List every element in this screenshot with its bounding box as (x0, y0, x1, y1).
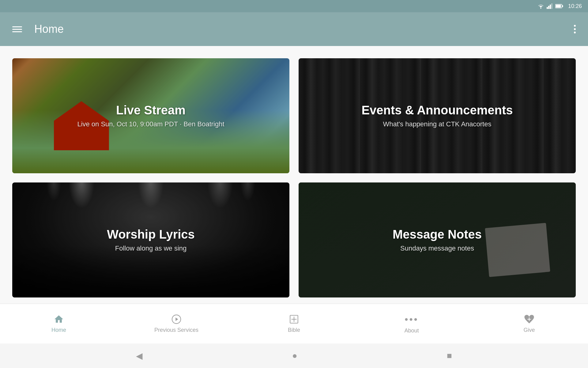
home-icon (54, 314, 64, 324)
battery-icon (555, 4, 563, 8)
nav-item-give[interactable]: Give (470, 314, 588, 333)
events-subtitle: What's happening at CTK Anacortes (361, 120, 513, 128)
page-title: Home (34, 23, 574, 36)
worship-title: Worship Lyrics (107, 228, 195, 241)
nav-label-home: Home (51, 327, 66, 333)
recents-button[interactable]: ■ (447, 351, 452, 361)
worship-text: Worship Lyrics Follow along as we sing (101, 221, 201, 259)
notes-subtitle: Sundays message notes (393, 244, 482, 252)
main-content: Live Stream Live on Sun, Oct 10, 9:00am … (0, 46, 588, 304)
notes-title: Message Notes (393, 228, 482, 241)
android-nav-bar: ◀ ● ■ (0, 343, 588, 368)
notes-card[interactable]: Message Notes Sundays message notes (299, 182, 576, 297)
wifi-icon (537, 3, 544, 9)
nav-label-give: Give (523, 327, 535, 333)
bible-icon (289, 314, 299, 324)
about-icon: ••• (405, 314, 419, 325)
give-icon (524, 314, 534, 324)
signal-icon (547, 3, 553, 9)
svg-rect-3 (551, 3, 552, 9)
svg-rect-6 (562, 5, 563, 7)
nav-item-about[interactable]: ••• About (353, 314, 470, 334)
events-card[interactable]: Events & Announcements What's happening … (299, 58, 576, 173)
worship-subtitle: Follow along as we sing (107, 244, 195, 252)
nav-label-about: About (404, 328, 419, 334)
bottom-navigation: Home Previous Services Bible ••• About G… (0, 304, 588, 343)
notes-text: Message Notes Sundays message notes (386, 221, 488, 259)
status-icons: 10:26 (537, 3, 582, 10)
svg-rect-0 (547, 7, 548, 9)
home-button[interactable]: ● (292, 351, 297, 361)
events-title: Events & Announcements (361, 103, 513, 117)
svg-rect-1 (548, 6, 549, 9)
nav-item-previous-services[interactable]: Previous Services (118, 314, 235, 333)
app-bar: Home (0, 12, 588, 46)
status-bar: 10:26 (0, 0, 588, 12)
svg-marker-8 (175, 317, 178, 321)
more-options-button[interactable] (574, 25, 576, 33)
back-button[interactable]: ◀ (136, 351, 143, 361)
status-time: 10:26 (568, 3, 582, 10)
live-stream-subtitle: Live on Sun, Oct 10, 9:00am PDT · Ben Bo… (77, 120, 224, 128)
svg-rect-5 (556, 5, 561, 8)
worship-card[interactable]: Worship Lyrics Follow along as we sing (12, 182, 289, 297)
nav-item-bible[interactable]: Bible (235, 314, 353, 333)
events-text: Events & Announcements What's happening … (355, 97, 519, 134)
previous-services-icon (171, 314, 182, 324)
svg-rect-2 (550, 5, 551, 9)
hamburger-menu-button[interactable] (12, 26, 22, 32)
nav-label-bible: Bible (288, 327, 300, 333)
nav-item-home[interactable]: Home (0, 314, 118, 333)
nav-label-previous-services: Previous Services (154, 327, 198, 333)
live-stream-title: Live Stream (77, 103, 224, 117)
live-stream-card[interactable]: Live Stream Live on Sun, Oct 10, 9:00am … (12, 58, 289, 173)
live-stream-text: Live Stream Live on Sun, Oct 10, 9:00am … (71, 97, 230, 134)
